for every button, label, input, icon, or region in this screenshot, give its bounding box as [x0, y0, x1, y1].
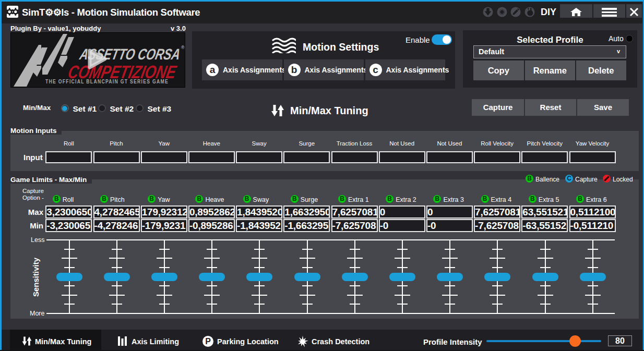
svg-text:THE OFFICIAL BLANCPAIN GT SERI: THE OFFICIAL BLANCPAIN GT SERIES GAME — [45, 78, 169, 84]
svg-text:®: ® — [181, 45, 185, 50]
